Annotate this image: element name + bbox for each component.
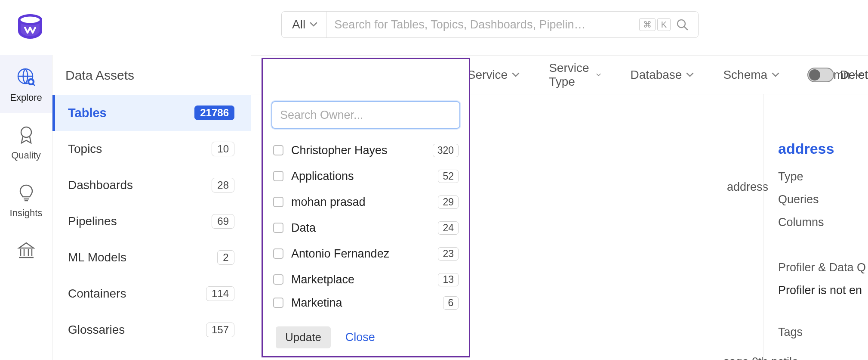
bank-icon (16, 240, 36, 260)
rail-item-insights[interactable]: Insights (0, 171, 52, 228)
owner-option-label: Marketina (291, 296, 435, 310)
top-bar: All ⌘ K (0, 0, 868, 53)
filter-label: Service (468, 68, 508, 82)
svg-point-8 (21, 127, 31, 137)
owner-option[interactable]: Applications 52 (263, 163, 469, 189)
details-profiler-body: Profiler is not en (778, 284, 868, 297)
filter-label: Schema (723, 68, 767, 82)
owner-option[interactable]: Data 24 (263, 215, 469, 241)
asset-item-tables[interactable]: Tables 21786 (52, 95, 251, 131)
deleted-toggle-row: Delet (807, 56, 868, 94)
owner-option-count: 13 (438, 273, 459, 286)
update-button[interactable]: Update (276, 326, 331, 348)
details-title[interactable]: address (778, 140, 868, 157)
result-line: address (723, 180, 768, 194)
count-badge: 114 (206, 286, 234, 301)
owner-option[interactable]: Antonio Fernandez 23 (263, 241, 469, 267)
owner-option-label: mohan prasad (291, 196, 430, 209)
sidebar: Data Assets Tables 21786 Topics 10 Dashb… (52, 55, 251, 360)
asset-item-pipelines[interactable]: Pipelines 69 (52, 203, 251, 239)
owner-option[interactable]: Marketplace 13 (263, 267, 469, 292)
rail-item-explore[interactable]: Explore (0, 55, 52, 113)
search-input[interactable] (326, 12, 639, 37)
checkbox[interactable] (273, 197, 283, 207)
owner-search-input[interactable] (271, 101, 460, 129)
owner-option-label: Marketplace (291, 273, 430, 286)
asset-label: Topics (68, 142, 102, 156)
filter-label: Service Type (549, 61, 592, 89)
rail-item-quality[interactable]: Quality (0, 113, 52, 171)
details-queries-label: Queries (778, 193, 868, 206)
count-badge: 28 (212, 178, 234, 192)
count-badge: 2 (217, 250, 234, 265)
owner-dropdown-footer: Update Close (263, 320, 469, 356)
deleted-toggle[interactable] (807, 68, 834, 82)
owner-option-count: 320 (433, 144, 459, 157)
owner-option-count: 6 (443, 296, 459, 310)
checkbox[interactable] (273, 274, 283, 285)
deleted-toggle-label: Delet (840, 68, 868, 82)
checkbox[interactable] (273, 298, 283, 308)
count-badge: 157 (206, 323, 234, 337)
owner-option-label: Christopher Hayes (291, 144, 425, 157)
chevron-down-icon (310, 22, 317, 27)
count-badge: 69 (212, 214, 234, 229)
details-panel: address Type Queries Columns Profiler & … (763, 94, 868, 360)
search-icon[interactable] (676, 18, 689, 31)
search-scope-selector[interactable]: All (282, 12, 326, 37)
owner-dropdown: Christopher Hayes 320 Applications 52 mo… (262, 58, 470, 357)
asset-label: Glossaries (68, 323, 125, 337)
checkbox[interactable] (273, 145, 283, 155)
checkbox[interactable] (273, 248, 283, 259)
asset-item-dashboards[interactable]: Dashboards 28 (52, 167, 251, 203)
checkbox[interactable] (273, 171, 283, 181)
asset-list: Tables 21786 Topics 10 Dashboards 28 Pip… (52, 95, 251, 348)
asset-label: Containers (68, 287, 126, 301)
owner-option[interactable]: Marketina 6 (263, 292, 469, 313)
owner-option[interactable]: Christopher Hayes 320 (263, 137, 469, 163)
award-icon (16, 125, 36, 145)
asset-item-containers[interactable]: Containers 114 (52, 276, 251, 312)
asset-label: ML Models (68, 251, 126, 264)
asset-item-mlmodels[interactable]: ML Models 2 (52, 239, 251, 276)
chevron-down-icon (772, 72, 779, 78)
asset-item-glossaries[interactable]: Glossaries 157 (52, 312, 251, 348)
lightbulb-icon (16, 183, 36, 202)
filter-label: Database (631, 68, 682, 82)
sidebar-title: Data Assets (52, 68, 251, 95)
asset-item-topics[interactable]: Topics 10 (52, 131, 251, 167)
filter-service-type[interactable]: Service Type (542, 58, 608, 92)
svg-line-7 (33, 84, 35, 86)
filter-service[interactable]: Service (461, 65, 526, 85)
owner-option-label: Antonio Fernandez (291, 247, 430, 261)
chevron-down-icon (596, 72, 601, 78)
rail-item-governance[interactable] (0, 228, 52, 260)
keyboard-shortcut-hint: ⌘ K (639, 18, 671, 31)
rail-label-insights: Insights (10, 208, 43, 219)
search-scope-label: All (292, 18, 305, 31)
svg-point-1 (19, 16, 41, 24)
owner-option-label: Data (291, 221, 430, 235)
owner-option-count: 24 (438, 221, 459, 235)
asset-label: Tables (68, 106, 107, 120)
owner-option[interactable]: mohan prasad 29 (263, 189, 469, 215)
filter-database[interactable]: Database (624, 65, 701, 85)
owner-option-count: 29 (438, 196, 459, 209)
asset-label: Pipelines (68, 214, 117, 228)
owner-option-count: 23 (438, 247, 459, 261)
svg-line-3 (684, 27, 687, 30)
kbd-k: K (657, 18, 671, 31)
details-type-label: Type (778, 170, 868, 183)
global-search: All ⌘ K (281, 11, 699, 38)
count-badge: 10 (212, 142, 234, 156)
owner-option-count: 52 (438, 170, 459, 183)
count-badge: 21786 (194, 106, 234, 120)
chevron-down-icon (512, 72, 520, 78)
filter-schema[interactable]: Schema (716, 65, 786, 85)
details-tags-label: Tags (778, 326, 868, 339)
close-button[interactable]: Close (345, 331, 375, 344)
chevron-down-icon (686, 72, 694, 78)
asset-label: Dashboards (68, 178, 133, 192)
checkbox[interactable] (273, 223, 283, 233)
owner-option-label: Applications (291, 170, 430, 183)
